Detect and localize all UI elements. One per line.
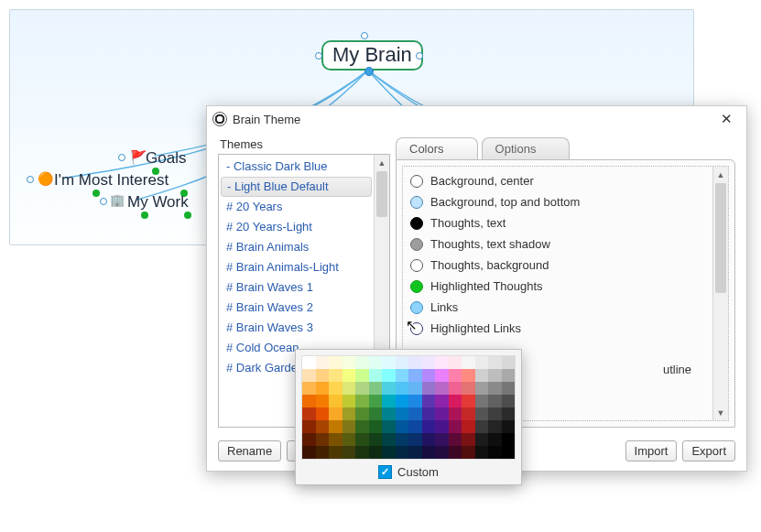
palette-cell[interactable]	[316, 433, 330, 446]
palette-cell[interactable]	[422, 420, 436, 433]
palette-cell[interactable]	[422, 433, 436, 446]
palette-cell[interactable]	[329, 369, 342, 382]
palette-cell[interactable]	[302, 433, 316, 446]
palette-cell[interactable]	[408, 446, 422, 459]
palette-cell[interactable]	[316, 395, 330, 407]
palette-cell[interactable]	[502, 382, 516, 395]
palette-cell[interactable]	[302, 446, 316, 459]
palette-cell[interactable]	[408, 407, 422, 420]
child-gate-dot[interactable]	[141, 212, 148, 219]
palette-cell[interactable]	[329, 382, 342, 395]
palette-cell[interactable]	[355, 433, 369, 446]
scroll-up-icon[interactable]: ▲	[375, 155, 389, 170]
palette-cell[interactable]	[449, 382, 462, 395]
export-button[interactable]: Export	[682, 440, 735, 461]
tab-options[interactable]: Options	[482, 137, 571, 159]
palette-cell[interactable]	[475, 446, 489, 459]
palette-cell[interactable]	[449, 420, 462, 433]
palette-cell[interactable]	[408, 382, 422, 395]
palette-cell[interactable]	[435, 369, 449, 382]
palette-cell[interactable]	[342, 382, 356, 395]
palette-cell[interactable]	[435, 356, 449, 369]
color-item[interactable]: Thoughts, text shadow	[405, 233, 726, 255]
custom-checkbox[interactable]: ✓	[378, 465, 392, 479]
palette-cell[interactable]	[422, 382, 436, 395]
palette-cell[interactable]	[449, 356, 462, 369]
palette-cell[interactable]	[369, 382, 383, 395]
palette-cell[interactable]	[502, 446, 516, 459]
color-item[interactable]: Highlighted Links	[405, 318, 726, 339]
palette-cell[interactable]	[342, 433, 356, 446]
tab-colors[interactable]: Colors	[396, 137, 478, 159]
palette-cell[interactable]	[502, 433, 516, 446]
palette-cell[interactable]	[382, 446, 396, 459]
palette-cell[interactable]	[382, 369, 396, 382]
palette-cell[interactable]	[396, 382, 409, 395]
palette-cell[interactable]	[502, 420, 516, 433]
child-gate-dot[interactable]	[184, 212, 191, 219]
palette-cell[interactable]	[329, 446, 342, 459]
jump-gate-right[interactable]	[416, 52, 423, 60]
palette-cell[interactable]	[316, 369, 330, 382]
palette-cell[interactable]	[369, 446, 383, 459]
palette-cell[interactable]	[435, 382, 449, 395]
palette-cell[interactable]	[475, 420, 489, 433]
palette-cell[interactable]	[488, 420, 502, 433]
palette-cell[interactable]	[355, 407, 369, 420]
palette-cell[interactable]	[435, 446, 449, 459]
palette-cell[interactable]	[462, 356, 475, 369]
palette-cell[interactable]	[449, 395, 462, 407]
palette-cell[interactable]	[422, 395, 436, 407]
palette-cell[interactable]	[449, 446, 462, 459]
palette-cell[interactable]	[382, 395, 396, 407]
palette-cell[interactable]	[435, 407, 449, 420]
palette-cell[interactable]	[329, 433, 342, 446]
palette-cell[interactable]	[355, 369, 369, 382]
color-item[interactable]: Background, center	[405, 170, 726, 191]
palette-cell[interactable]	[355, 382, 369, 395]
palette-cell[interactable]	[342, 446, 356, 459]
thought-goals[interactable]: Goals	[146, 149, 186, 168]
palette-cell[interactable]	[408, 369, 422, 382]
palette-cell[interactable]	[422, 407, 436, 420]
titlebar[interactable]: Brain Theme ✕	[207, 106, 746, 132]
jump-gate-left[interactable]	[315, 52, 322, 60]
palette-cell[interactable]	[355, 446, 369, 459]
palette-cell[interactable]	[329, 420, 342, 433]
theme-item[interactable]: - Classic Dark Blue	[219, 157, 374, 177]
palette-cell[interactable]	[382, 382, 396, 395]
palette-cell[interactable]	[462, 369, 475, 382]
palette-cell[interactable]	[342, 356, 356, 369]
palette-cell[interactable]	[316, 356, 330, 369]
palette-cell[interactable]	[462, 433, 475, 446]
theme-item[interactable]: # Brain Waves 2	[219, 298, 374, 318]
palette-cell[interactable]	[488, 395, 502, 407]
color-item[interactable]: Thoughts, background	[405, 255, 726, 276]
palette-cell[interactable]	[355, 356, 369, 369]
parent-gate-dot[interactable]	[361, 32, 368, 39]
palette-cell[interactable]	[475, 356, 489, 369]
scroll-down-icon[interactable]: ▼	[713, 405, 728, 420]
theme-item[interactable]: - Light Blue Default	[221, 177, 372, 197]
palette-cell[interactable]	[449, 369, 462, 382]
color-item[interactable]: Background, top and bottom	[405, 191, 726, 212]
palette-cell[interactable]	[396, 369, 409, 382]
theme-item[interactable]: # Brain Animals	[219, 237, 374, 257]
palette-cell[interactable]	[396, 356, 409, 369]
palette-cell[interactable]	[422, 446, 436, 459]
color-item[interactable]: Links	[405, 297, 726, 318]
color-item[interactable]: Thoughts, text	[405, 212, 726, 233]
child-gate-dot[interactable]	[364, 67, 374, 76]
palette-cell[interactable]	[408, 420, 422, 433]
palette-cell[interactable]	[302, 369, 316, 382]
palette-cell[interactable]	[449, 407, 462, 420]
palette-cell[interactable]	[396, 433, 409, 446]
palette-cell[interactable]	[342, 395, 356, 407]
scrollbar[interactable]: ▲ ▼	[712, 167, 728, 420]
thought-mywork[interactable]: My Work	[127, 193, 189, 212]
palette-cell[interactable]	[329, 395, 342, 407]
palette-cell[interactable]	[502, 369, 516, 382]
palette-cell[interactable]	[488, 356, 502, 369]
palette-cell[interactable]	[369, 420, 383, 433]
palette-cell[interactable]	[355, 395, 369, 407]
